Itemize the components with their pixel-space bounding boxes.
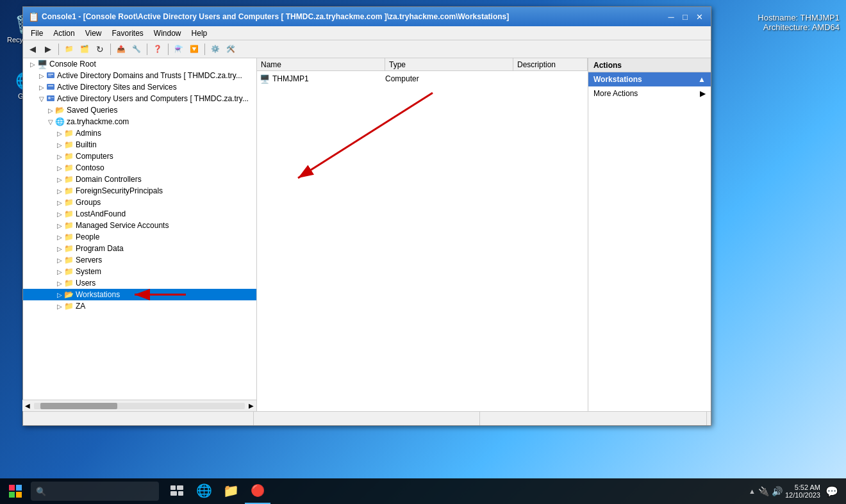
cell-type: Computer [385,74,513,83]
toggle-system: ▷ [55,268,64,275]
taskbar-task-view[interactable] [164,478,190,504]
tree-admins[interactable]: ▷ 📁 Admins [23,127,256,139]
table-row[interactable]: 🖥️ THMJMP1 Computer [257,72,588,85]
toggle-computers: ▷ [55,153,64,160]
tree-za[interactable]: ▷ 📁 ZA [23,300,256,312]
help-button[interactable]: ❓ [151,42,165,56]
actions-collapse-icon: ▲ [698,75,706,84]
svg-rect-16 [170,485,176,490]
menu-file[interactable]: File [26,28,48,39]
tray-date-text: 12/10/2023 [785,491,820,499]
svg-rect-2 [48,76,51,76]
toolbar: ◀ ▶ 📁 🗂️ ↻ 📤 🔧 ❓ ⚗️ 🔽 ⚙️ 🛠️ [23,40,711,58]
filter-button[interactable]: ⚗️ [172,42,186,56]
ad-domains-label: Active Directory Domains and Trusts [ TH… [57,71,242,80]
menu-view[interactable]: View [80,28,107,39]
notification-icon[interactable]: 💬 [825,485,838,498]
programdata-label: Program Data [76,244,124,253]
za-label: ZA [76,302,85,311]
taskbar-explorer[interactable]: 📁 [218,478,244,504]
main-area: ▷ 🖥️ Console Root ▷ Active Directory Dom… [23,58,711,411]
svg-rect-5 [47,95,54,101]
tree-ad-domains[interactable]: ▷ Active Directory Domains and Trusts [ … [23,70,256,81]
properties-button[interactable]: 🔧 [129,42,144,56]
window-icon: 📋 [28,12,39,22]
tray-up-arrow[interactable]: ▲ [749,487,756,495]
tree-workstations[interactable]: ▷ 📂 Workstations [23,289,256,300]
computers-icon: 📁 [64,152,74,161]
tree-servers[interactable]: ▷ 📁 Servers [23,254,256,266]
tree-groups[interactable]: ▷ 📁 Groups [23,197,256,208]
tray-clock[interactable]: 5:52 AM 12/10/2023 [785,484,820,499]
search-icon: 🔍 [36,487,46,496]
taskbar-mmc-app[interactable]: 🔴 [245,478,270,504]
tree-people[interactable]: ▷ 📁 People [23,231,256,243]
close-button[interactable]: ✕ [693,10,706,23]
separator-2 [110,44,111,55]
tray-time-text: 5:52 AM [785,484,820,491]
tree-computers[interactable]: ▷ 📁 Computers [23,150,256,162]
tree-domain-controllers[interactable]: ▷ 📁 Domain Controllers [23,174,256,185]
maximize-button[interactable]: □ [679,10,692,23]
minimize-button[interactable]: ─ [665,10,677,23]
mmc-window: 📋 Console1 - [Console Root\Active Direct… [22,6,711,426]
scroll-right[interactable]: ▶ [246,400,256,412]
svg-rect-4 [48,85,53,86]
tree-fsp[interactable]: ▷ 📁 ForeignSecurityPrincipals [23,185,256,197]
show-hide-button[interactable]: 🗂️ [78,42,92,56]
toggle-people: ▷ [55,234,64,241]
col-type-header[interactable]: Type [385,58,513,70]
computer-entry-icon: 🖥️ [260,74,270,84]
up-button[interactable]: 📁 [62,42,76,56]
tree-aduc[interactable]: ▽ Active Directory Users and Computers [… [23,93,256,104]
system-info: Hostname: THMJMP1 Architecture: AMD64 [758,13,840,32]
tree-horizontal-scrollbar[interactable]: ◀ ▶ [22,400,256,411]
refresh-button[interactable]: ↻ [93,42,107,56]
taskbar-edge[interactable]: 🌐 [191,478,217,504]
scroll-left[interactable]: ◀ [22,400,33,412]
menu-favorites[interactable]: Favorites [107,28,149,39]
volume-icon[interactable]: 🔊 [772,486,783,496]
content-body: 🖥️ THMJMP1 Computer [257,71,588,411]
tree-users[interactable]: ▷ 📁 Users [23,277,256,289]
ad-domains-icon [46,70,55,81]
tree-builtin[interactable]: ▷ 📁 Builtin [23,139,256,150]
forward-button[interactable]: ▶ [41,42,55,56]
tree-msa[interactable]: ▷ 📁 Managed Service Accounts [23,220,256,231]
console-root-label: Console Root [49,60,96,69]
title-bar-buttons: ─ □ ✕ [665,10,706,23]
filter2-button[interactable]: 🔽 [187,42,201,56]
tree-domain[interactable]: ▽ 🌐 za.tryhackme.com [23,116,256,127]
groups-label: Groups [76,198,101,207]
toggle-users: ▷ [55,280,64,287]
taskbar-search-bar[interactable]: 🔍 [31,482,159,501]
actions-section-workstations[interactable]: Workstations ▲ [588,72,711,86]
tree-saved-queries[interactable]: ▷ 📂 Saved Queries [23,104,256,116]
menu-help[interactable]: Help [187,28,213,39]
saved-queries-label: Saved Queries [67,106,117,115]
title-bar: 📋 Console1 - [Console Root\Active Direct… [23,7,711,26]
tools2-button[interactable]: 🛠️ [224,42,238,56]
actions-title: Actions [588,58,711,72]
tree-programdata[interactable]: ▷ 📁 Program Data [23,243,256,254]
tree-contoso[interactable]: ▷ 📁 Contoso [23,162,256,174]
menu-window[interactable]: Window [149,28,187,39]
network-icon[interactable]: 🔌 [758,486,769,496]
actions-more-actions[interactable]: More Actions ▶ [588,86,711,101]
tools-button[interactable]: ⚙️ [208,42,222,56]
tree-ad-sites[interactable]: ▷ Active Directory Sites and Services [23,81,256,93]
status-section-1 [27,412,254,425]
menu-action[interactable]: Action [48,28,79,39]
export-button[interactable]: 📤 [114,42,128,56]
tree-console-root[interactable]: ▷ 🖥️ Console Root [23,58,256,70]
start-button[interactable] [3,478,28,504]
back-button[interactable]: ◀ [26,42,40,56]
toggle-za: ▷ [55,303,64,310]
toggle-admins: ▷ [55,130,64,137]
tree-system[interactable]: ▷ 📁 System [23,266,256,277]
scroll-thumb[interactable] [40,403,117,409]
toggle-console-root: ▷ [28,61,37,68]
col-name-header[interactable]: Name [257,58,385,70]
tree-lostfound[interactable]: ▷ 📁 LostAndFound [23,208,256,220]
col-desc-header[interactable]: Description [513,58,588,70]
